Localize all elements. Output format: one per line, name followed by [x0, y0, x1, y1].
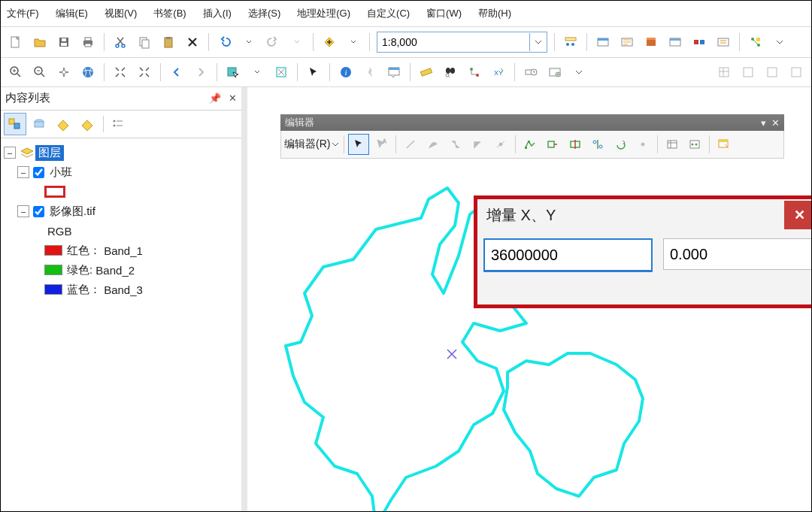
menu-geoprocessing[interactable]: 地理处理(G): [297, 7, 350, 20]
svg-point-32: [83, 67, 93, 77]
modelbuilder-button[interactable]: [688, 31, 710, 53]
menu-insert[interactable]: 插入(I): [203, 7, 232, 20]
menu-help[interactable]: 帮助(H): [478, 7, 511, 20]
open-button[interactable]: [29, 31, 51, 53]
search-window-button[interactable]: [616, 31, 638, 53]
toc-expand-root[interactable]: –: [4, 147, 16, 159]
redo-button[interactable]: [262, 31, 284, 53]
menu-window[interactable]: 窗口(W): [426, 7, 462, 20]
toc-tab-bar: [1, 111, 241, 138]
undo-dropdown[interactable]: [238, 31, 260, 53]
add-data-button[interactable]: [318, 31, 341, 53]
toc-check-raster[interactable]: [33, 206, 44, 217]
pan-button[interactable]: [53, 61, 75, 83]
cut-button[interactable]: [109, 31, 132, 53]
python-window-button[interactable]: [664, 31, 686, 53]
svg-point-56: [114, 120, 116, 123]
add-data-dropdown[interactable]: [342, 31, 365, 53]
map-view[interactable]: 编辑器 ▾ ✕ 编辑器(R) A: [244, 87, 811, 512]
select-features-dropdown[interactable]: [246, 61, 268, 83]
copy-button[interactable]: [133, 31, 156, 53]
fixed-zoom-out-button[interactable]: [133, 61, 156, 83]
toc-tab-visibility[interactable]: [52, 113, 74, 135]
increment-x-input[interactable]: [483, 238, 653, 272]
toc-tab-selection[interactable]: [76, 113, 98, 135]
svg-rect-2: [61, 43, 67, 46]
hyperlink-button[interactable]: [359, 61, 381, 83]
toc-symbol-xiaoban[interactable]: [44, 186, 65, 198]
toc-label-green: 绿色:: [67, 263, 92, 277]
toc-node-raster[interactable]: 影像图.tif: [47, 204, 98, 220]
svg-rect-52: [9, 119, 14, 124]
toc-close-icon[interactable]: ✕: [229, 92, 237, 104]
create-viewer-button[interactable]: [544, 61, 566, 83]
goto-xy-button[interactable]: XY: [487, 61, 510, 83]
select-features-button[interactable]: [222, 61, 244, 83]
svg-text:i: i: [344, 68, 347, 77]
paste-button[interactable]: [157, 31, 180, 53]
scale-dropdown[interactable]: [529, 33, 547, 51]
full-extent-button[interactable]: [77, 61, 99, 83]
svg-rect-23: [694, 40, 698, 44]
arc-toolbox-button[interactable]: [640, 31, 662, 53]
increment-close-button[interactable]: ✕: [784, 201, 812, 229]
print-button[interactable]: [77, 31, 99, 53]
fixed-zoom-in-button[interactable]: [109, 61, 132, 83]
delete-button[interactable]: [181, 31, 204, 53]
find-button[interactable]: [439, 61, 462, 83]
prev-extent-button[interactable]: [165, 61, 188, 83]
toc-expand-xiaoban[interactable]: –: [17, 166, 29, 178]
toc-label-red: 红色：: [67, 244, 101, 258]
svg-rect-38: [389, 68, 399, 70]
zoom-in-button[interactable]: [5, 61, 27, 83]
increment-y-input[interactable]: [663, 238, 812, 270]
menu-edit[interactable]: 编辑(E): [56, 7, 88, 20]
snap-end-button[interactable]: [785, 61, 807, 83]
measure-button[interactable]: [415, 61, 438, 83]
find-route-button[interactable]: [463, 61, 486, 83]
toolbar-overflow[interactable]: [768, 31, 791, 53]
svg-point-7: [116, 44, 119, 47]
toc-node-rgb: RGB: [44, 224, 75, 238]
editor-toolbar-button[interactable]: [559, 31, 582, 53]
menu-view[interactable]: 视图(V): [105, 7, 137, 20]
redo-dropdown[interactable]: [286, 31, 308, 53]
toc-node-root[interactable]: 图层: [35, 145, 64, 161]
menu-customize[interactable]: 自定义(C): [367, 7, 410, 20]
toc-node-xiaoban[interactable]: 小班: [47, 165, 75, 180]
zoom-out-button[interactable]: [29, 61, 51, 83]
scale-input[interactable]: [377, 33, 529, 51]
undo-button[interactable]: [214, 31, 236, 53]
layers-icon: [19, 145, 35, 160]
toc-expand-raster[interactable]: –: [17, 205, 29, 217]
menu-select[interactable]: 选择(S): [248, 7, 280, 20]
time-slider-button[interactable]: [520, 61, 542, 83]
pointer-button[interactable]: [302, 61, 325, 83]
toc-tab-options[interactable]: [107, 113, 129, 135]
clear-selection-button[interactable]: [270, 61, 292, 83]
snap-point-button[interactable]: [737, 61, 759, 83]
snap-grid-button[interactable]: [713, 61, 735, 83]
toc-tab-source[interactable]: [28, 113, 50, 135]
toc-pin-icon[interactable]: 📌: [209, 92, 221, 104]
toc-tab-drawing-order[interactable]: [4, 113, 26, 135]
identify-button[interactable]: i: [335, 61, 357, 83]
new-button[interactable]: [5, 31, 27, 53]
toc-band2: Band_2: [95, 264, 135, 277]
svg-rect-50: [768, 68, 777, 77]
menu-file[interactable]: 文件(F): [7, 7, 39, 20]
next-extent-button[interactable]: [189, 61, 212, 83]
html-popup-button[interactable]: [383, 61, 405, 83]
catalog-window-button[interactable]: [592, 31, 614, 53]
snap-edge-button[interactable]: [761, 61, 783, 83]
svg-rect-51: [792, 68, 801, 77]
svg-rect-55: [35, 122, 44, 127]
results-window-button[interactable]: [712, 31, 735, 53]
svg-rect-12: [166, 37, 171, 39]
menu-bookmarks[interactable]: 书签(B): [153, 7, 186, 20]
model-connector-button[interactable]: [744, 31, 767, 53]
save-button[interactable]: [53, 31, 75, 53]
toc-check-xiaoban[interactable]: [33, 167, 44, 178]
tools-overflow[interactable]: [568, 61, 590, 83]
svg-rect-6: [85, 44, 91, 47]
